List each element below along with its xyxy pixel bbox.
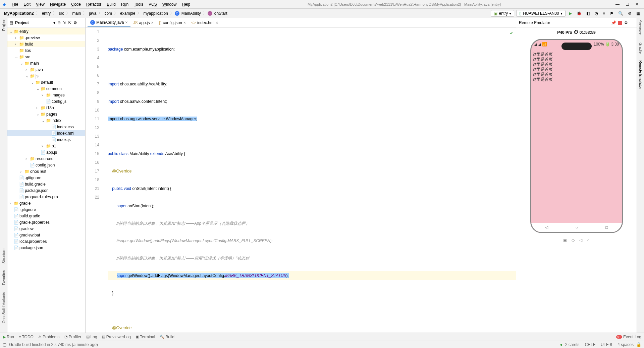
search-button[interactable]: 🔍 — [617, 10, 625, 16]
tree-node[interactable]: ⌄📁main — [7, 60, 85, 66]
status-square-icon[interactable]: ▢ — [3, 342, 6, 347]
tree-node[interactable]: 📄package.json — [7, 187, 85, 194]
coverage-button[interactable]: ◧ — [585, 10, 591, 16]
tool-terminal[interactable]: ▣ Terminal — [136, 335, 155, 339]
run-config-dropdown[interactable]: ▣entry▾ — [491, 10, 514, 17]
phone-back-button[interactable]: ◁ — [545, 225, 548, 230]
minimize-button[interactable]: — — [615, 2, 620, 7]
profile-button[interactable]: ◔ — [593, 10, 599, 16]
tree-node[interactable]: ⌄📁src — [7, 54, 85, 60]
emulator-hide-icon[interactable]: — — [630, 20, 634, 25]
tool-favorites[interactable]: Favorites — [2, 270, 6, 285]
emulator-pin-icon[interactable]: 📌 — [611, 20, 616, 25]
menu-file[interactable]: FFileile — [9, 2, 21, 7]
editor-tab[interactable]: CMainAbility.java× — [88, 18, 130, 27]
tree-node[interactable]: ⌄📁index — [7, 117, 85, 124]
crumb-java[interactable]: java — [88, 11, 98, 16]
tree-node[interactable]: ⌄📁default — [7, 79, 85, 85]
tool-profiler[interactable]: ◔ Profiler — [64, 335, 82, 339]
menu-build[interactable]: Build — [104, 2, 118, 7]
crumb-mainability[interactable]: MainAbility — [180, 11, 202, 16]
menu-tools[interactable]: Tools — [131, 2, 146, 7]
tool-gradle[interactable]: Gradle — [639, 43, 643, 54]
status-carets[interactable]: 2 carets — [562, 342, 582, 347]
tool-todo[interactable]: ≡ TODO — [19, 335, 34, 339]
tool-log[interactable]: ▤ Log — [86, 335, 97, 339]
tree-node[interactable]: 📄app.js — [7, 149, 85, 155]
emu-rotate-icon[interactable]: ◇ — [572, 238, 575, 242]
close-tab-icon[interactable]: × — [151, 20, 154, 25]
status-indent[interactable]: 4 spaces — [615, 342, 636, 347]
crumb-entry[interactable]: entry — [41, 11, 52, 16]
tool-remote-emulator[interactable]: Remote Emulator — [639, 60, 643, 89]
project-collapse-icon[interactable]: ⇱ — [68, 20, 71, 25]
device-dropdown[interactable]: ▯HUAWEI ELS-AN00▾ — [516, 10, 566, 17]
phone-recent-button[interactable]: □ — [605, 225, 608, 230]
project-hide-icon[interactable]: — — [79, 20, 83, 25]
project-settings-icon[interactable]: ⚙ — [73, 20, 77, 25]
editor-tab[interactable]: {}config.json× — [156, 18, 189, 27]
tree-node[interactable]: ›📁gradle — [7, 200, 85, 206]
crumb-myapplication[interactable]: myapplication — [142, 11, 169, 16]
close-tab-icon[interactable]: × — [125, 20, 127, 25]
menu-navigate[interactable]: Navigate — [47, 2, 68, 7]
tree-node[interactable]: 📄.gitignore — [7, 206, 85, 213]
project-expand-icon[interactable]: ⇲ — [63, 20, 66, 25]
tree-node[interactable]: 📄build.gradle — [7, 181, 85, 187]
crumb-project[interactable]: MyApplication2 — [3, 11, 35, 16]
debug-button[interactable]: 🐞 — [575, 10, 583, 16]
project-panel-title[interactable]: Project — [15, 20, 51, 25]
tree-node[interactable]: 📄gradlew.bat — [7, 232, 85, 238]
tree-node[interactable]: 📄proguard-rules.pro — [7, 194, 85, 200]
tree-node[interactable]: 📄gradle.properties — [7, 219, 85, 225]
run-button[interactable]: ▶ — [568, 10, 573, 16]
tool-build[interactable]: 🔨 Build — [160, 335, 174, 339]
close-tab-icon[interactable]: × — [183, 20, 186, 25]
crumb-src[interactable]: src — [57, 11, 65, 16]
tree-node[interactable]: 📄index.css — [7, 124, 85, 130]
editor-tab[interactable]: JSapp.js× — [130, 18, 156, 27]
menu-run[interactable]: Run — [118, 2, 131, 7]
emulator-settings-icon[interactable]: ⚙ — [624, 20, 628, 25]
tree-node[interactable]: ›📁.preview — [7, 34, 85, 41]
event-log-button[interactable]: 9+ Event Log — [616, 335, 641, 339]
tool-project[interactable]: Project — [2, 19, 6, 31]
tree-node[interactable]: 📄index.hml — [7, 130, 85, 136]
tool-previewer-log[interactable]: ▤ PreviewerLog — [102, 335, 131, 339]
tree-node[interactable]: ›📁java — [7, 66, 85, 73]
status-encoding[interactable]: UTF-8 — [598, 342, 615, 347]
tree-node[interactable]: 📄local.properties — [7, 238, 85, 245]
status-lock-icon[interactable]: 🔓 — [636, 342, 641, 347]
tool-problems[interactable]: ⚠ Problems — [38, 335, 60, 339]
tool-ohosbuild[interactable]: OhosBuild Variants — [2, 292, 6, 323]
menu-refactor[interactable]: Refactor — [84, 2, 104, 7]
tree-node[interactable]: 📄index.js — [7, 136, 85, 143]
emulator-stop-button[interactable] — [618, 21, 622, 25]
tree-node[interactable]: ›📁i18n — [7, 105, 85, 111]
tree-node[interactable]: ⌄📁common — [7, 85, 85, 92]
tool-structure[interactable]: Structure — [2, 249, 6, 264]
emu-home-icon[interactable]: ○ — [587, 238, 589, 242]
tool-run[interactable]: ▶Run — [3, 335, 14, 339]
menu-vcs[interactable]: VCS — [146, 2, 160, 7]
tree-node[interactable]: 📄config.js — [7, 98, 85, 105]
phone-home-button[interactable]: ○ — [576, 225, 578, 230]
attach-button[interactable]: ⚑ — [608, 10, 615, 16]
tool-previewer[interactable]: Previewer — [639, 19, 643, 36]
menu-edit[interactable]: Edit — [21, 2, 33, 7]
tree-node[interactable]: 📁libs — [7, 47, 85, 54]
tree-node[interactable]: ›📁images — [7, 92, 85, 98]
status-line-ending[interactable]: CRLF — [582, 342, 598, 347]
tree-node[interactable]: 📄gradlew — [7, 225, 85, 232]
tree-node[interactable]: ⌄📁entry — [7, 28, 85, 34]
tree-node[interactable]: ⌄📁pages — [7, 111, 85, 117]
tree-node[interactable]: ›📁resources — [7, 155, 85, 162]
menu-view[interactable]: View — [33, 2, 47, 7]
menu-code[interactable]: Code — [68, 2, 84, 7]
emu-screenshot-icon[interactable]: ▣ — [563, 238, 567, 242]
close-button[interactable]: ✕ — [635, 2, 639, 7]
crumb-example[interactable]: example — [119, 11, 137, 16]
crumb-main[interactable]: main — [71, 11, 82, 16]
tree-node[interactable]: 📄config.json — [7, 162, 85, 168]
code-area[interactable]: ✔ package com.example.myapplication; imp… — [104, 27, 516, 333]
